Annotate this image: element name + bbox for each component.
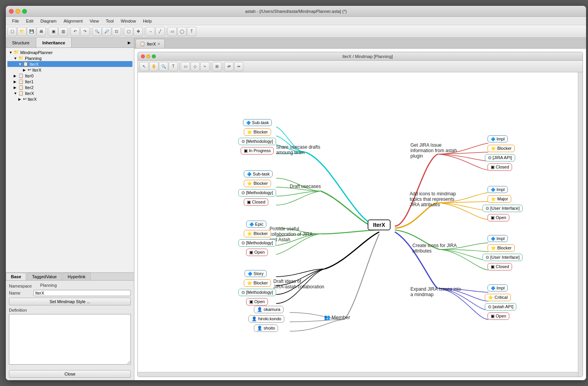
- tree-view[interactable]: ▼ 📁 MindmapPlanner ▼ 📁 Planning ▼ 📋 Iter…: [6, 48, 134, 272]
- zoom-out-btn[interactable]: 🔎: [102, 27, 111, 36]
- node-closed-1[interactable]: ▣ Closed: [244, 198, 268, 206]
- menu-view[interactable]: View: [86, 18, 102, 24]
- inner-minimize[interactable]: [146, 54, 150, 58]
- branch-get-jira-label[interactable]: Get JIRA Issueinformation from astahplug…: [410, 142, 457, 159]
- branch-create-icons-label[interactable]: Create icons for JIRAattributes: [412, 243, 457, 254]
- tree-item-iter1[interactable]: ▶ 📋 Iter1: [7, 79, 132, 84]
- branch-expand-jira-label[interactable]: Expand JIRA Issues intoa mindmap: [410, 286, 461, 297]
- text-btn[interactable]: T: [187, 27, 196, 36]
- tree-item-iterx-link1[interactable]: ▶ ↩ IterX: [7, 67, 132, 73]
- expand-arrow[interactable]: ▼: [18, 62, 23, 66]
- node-blocker-4[interactable]: ⭐ Blocker: [244, 279, 271, 287]
- dist-tool[interactable]: ⇔: [234, 62, 243, 71]
- tab-inheritance[interactable]: Inheritance: [36, 38, 72, 47]
- zoom-tool[interactable]: 🔍: [159, 62, 168, 71]
- node-subtask-1[interactable]: 🔷 Sub-task: [243, 119, 272, 126]
- inner-close[interactable]: [141, 54, 145, 58]
- node-methodology-1[interactable]: ⊙ [Methodology]: [238, 138, 276, 145]
- paste-btn[interactable]: ▥: [58, 27, 68, 36]
- node-subtask-2[interactable]: 🔷 Sub-task: [244, 170, 273, 177]
- menu-file[interactable]: File: [9, 18, 22, 24]
- tab-taggedvalue[interactable]: TaggedValue: [27, 273, 62, 280]
- branch-draft-ideas-label[interactable]: Draft ideas ofJIRA-astah collaboration: [273, 279, 324, 290]
- tree-item-mindmapplanner[interactable]: ▼ 📁 MindmapPlanner: [7, 49, 132, 55]
- branch-add-icons-label[interactable]: Add icons to mindmaptopics that represen…: [410, 191, 456, 207]
- tab-structure[interactable]: Structure: [6, 38, 36, 47]
- tab-hyperlink[interactable]: Hyperlink: [63, 273, 91, 280]
- node-impl-3[interactable]: 🔷 Impl: [488, 235, 508, 242]
- branch-share-label[interactable]: Share usecase draftsamoung team: [276, 144, 320, 155]
- move-btn[interactable]: ✥: [134, 27, 143, 36]
- set-mindmap-style-button[interactable]: Set Mindmap Style ...: [9, 298, 131, 305]
- node-jiraapi-1[interactable]: ⊙ [JIRA API]: [485, 154, 515, 161]
- branch-draft-usecases-label[interactable]: Draft usecases: [290, 184, 321, 189]
- node-userinterface-2[interactable]: ⊙ [User Interface]: [482, 254, 523, 261]
- text-tool[interactable]: T: [169, 62, 178, 71]
- node-shoito[interactable]: 👤 shoito: [254, 325, 278, 332]
- ellipse-btn[interactable]: ◯: [177, 27, 187, 36]
- node-closed-r1[interactable]: ▣ Closed: [488, 163, 512, 171]
- node-astahapi-1[interactable]: ⊙ [astah API]: [485, 303, 516, 311]
- node-methodology-4[interactable]: ⊙ [Methodology]: [238, 289, 276, 296]
- node-open-r2[interactable]: ▣ Open: [488, 312, 509, 320]
- node-inprogress-1[interactable]: ▣ In Progress: [241, 147, 274, 154]
- copy-btn[interactable]: ▣: [49, 27, 58, 36]
- node-blocker-r2[interactable]: ⭐ Blocker: [488, 244, 515, 252]
- node-impl-4[interactable]: 🔷 Impl: [488, 284, 508, 291]
- node-blocker-1[interactable]: ⭐ Blocker: [244, 128, 271, 136]
- select-btn[interactable]: ▢: [124, 27, 133, 36]
- zoom-fit-btn[interactable]: ⊡: [112, 27, 121, 36]
- node-story-1[interactable]: 🔷 Story: [245, 270, 267, 277]
- shape-tool1[interactable]: ▭: [181, 62, 190, 71]
- definition-input[interactable]: [9, 314, 131, 365]
- node-epic-1[interactable]: 🔷 Epic: [246, 221, 266, 228]
- expand-arrow[interactable]: ▶: [14, 80, 18, 84]
- node-impl-2[interactable]: 🔷 Impl: [488, 186, 508, 193]
- node-userinterface-1[interactable]: ⊙ [User Interface]: [482, 205, 523, 212]
- open-btn[interactable]: 📁: [17, 27, 26, 36]
- menu-help[interactable]: Help: [140, 18, 155, 24]
- tab-close-icon[interactable]: ✕: [157, 42, 160, 46]
- node-open-2[interactable]: ▣ Open: [246, 298, 268, 305]
- name-input[interactable]: [33, 290, 131, 296]
- node-blocker-2[interactable]: ⭐ Blocker: [244, 180, 271, 187]
- mindmap-canvas[interactable]: IterX Share usecase draftsamoung team Dr…: [138, 72, 583, 377]
- new-btn[interactable]: ▢: [7, 27, 17, 36]
- maximize-button[interactable]: [22, 9, 27, 14]
- menu-alignment[interactable]: Alignment: [60, 18, 86, 24]
- tree-item-iter2[interactable]: ▶ 📋 Iter2: [7, 84, 132, 90]
- expand-arrow[interactable]: ▼: [9, 51, 14, 54]
- arrow-tool[interactable]: ⤷: [200, 62, 209, 71]
- undo-btn[interactable]: ↶: [70, 27, 80, 36]
- minimize-button[interactable]: [16, 9, 20, 14]
- expand-arrow[interactable]: ▼: [14, 56, 18, 60]
- tree-item-iter0[interactable]: ▶ 📋 Iter0: [7, 73, 132, 79]
- node-methodology-2[interactable]: ⊙ [Methodology]: [238, 189, 276, 197]
- diagram-tab-iterx[interactable]: 📋 IterX ✕: [136, 39, 165, 48]
- node-critical-1[interactable]: ⭐ Critical: [485, 294, 511, 301]
- expand-arrow[interactable]: ▼: [14, 91, 18, 95]
- horizontal-scrollbar[interactable]: [138, 372, 578, 377]
- arrow-btn[interactable]: →: [146, 27, 155, 36]
- close-button[interactable]: Close: [9, 370, 131, 378]
- menu-edit[interactable]: Edit: [23, 18, 37, 24]
- menu-tool[interactable]: Tool: [103, 18, 117, 24]
- expand-arrow[interactable]: ▶: [14, 74, 18, 78]
- grid-tool[interactable]: ⊞: [212, 62, 222, 71]
- node-blocker-r1[interactable]: ⭐ Blocker: [488, 145, 515, 152]
- node-open-r1[interactable]: ▣ Open: [488, 214, 509, 221]
- align-tool[interactable]: ⇌: [224, 62, 234, 71]
- node-closed-r2[interactable]: ▣ Closed: [488, 263, 512, 270]
- node-hiroki[interactable]: 👤 hiroki.kondo: [248, 315, 284, 323]
- rect-btn[interactable]: ▭: [167, 27, 177, 36]
- vertical-scrollbar[interactable]: [578, 72, 583, 377]
- tree-item-iterx-selected[interactable]: ▼ 📋 IterX: [7, 61, 132, 67]
- inner-maximize[interactable]: [152, 54, 156, 58]
- print-btn[interactable]: 🖶: [37, 27, 46, 36]
- close-button[interactable]: [9, 9, 14, 14]
- pan-tool[interactable]: ✋: [149, 62, 158, 71]
- panel-arrow[interactable]: ▶: [125, 40, 134, 45]
- menu-diagram[interactable]: Diagram: [37, 18, 60, 24]
- branch-provide-label[interactable]: Provide usefulcollaboration of JIRAand A…: [269, 226, 313, 242]
- node-okamura[interactable]: 👤 okamura: [254, 306, 283, 313]
